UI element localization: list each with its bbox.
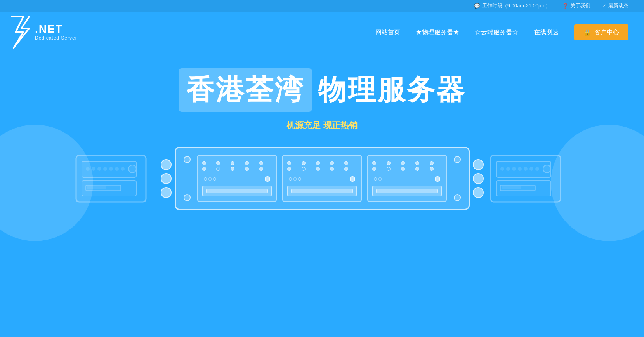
hero-title-part2: 物理服务器: [318, 71, 466, 109]
rack-dot: [387, 161, 391, 165]
nav-cloud[interactable]: ☆云端服务器☆: [475, 28, 518, 36]
svg-point-6: [103, 167, 107, 171]
working-hours-text: 工作时段（9:00am-21:00pm）: [482, 2, 550, 9]
main-nav: 网站首页 ★物理服务器★ ☆云端服务器☆ 在线测速 🔒 客户中心: [375, 24, 628, 40]
svg-point-7: [109, 167, 113, 171]
svg-point-17: [506, 167, 510, 171]
rack-dot: [430, 161, 434, 165]
rack-unit-mid-3: [372, 176, 442, 182]
client-center-button[interactable]: 🔒 客户中心: [574, 24, 628, 40]
about-link[interactable]: ❓ 关于我们: [562, 2, 590, 9]
svg-point-18: [512, 167, 516, 171]
rack-side-bar: [473, 159, 484, 170]
nav-physical[interactable]: ★物理服务器★: [416, 28, 459, 36]
server-scene: [0, 147, 644, 210]
svg-point-8: [115, 167, 119, 171]
right-rack-side: [473, 159, 484, 198]
logo-bolt-icon: [8, 15, 35, 50]
rack-dot: [202, 167, 206, 171]
left-rack-side: [161, 159, 172, 198]
rack-screw: [184, 156, 191, 163]
logo-subtitle: Dedicated Server: [35, 35, 77, 41]
rack-unit-2: [282, 155, 362, 202]
logo[interactable]: .NET Dedicated Server: [8, 15, 77, 50]
working-hours[interactable]: 💬 工作时段（9:00am-21:00pm）: [474, 2, 550, 9]
rack-unit-dots-3: [372, 161, 442, 171]
rack-side-bar: [161, 187, 172, 198]
rack-dot: [330, 161, 334, 165]
rack-drive-slot: [376, 189, 438, 193]
rack-drive-2: [287, 186, 357, 196]
rack-units: [197, 155, 448, 202]
check-icon: ✓: [602, 3, 606, 9]
main-rack-server: [175, 147, 470, 210]
rack-drive-3: [372, 186, 442, 196]
logo-text-group: .NET Dedicated Server: [35, 24, 77, 41]
rack-dot: [245, 167, 249, 171]
about-text: 关于我们: [570, 2, 590, 9]
rack-small-dot: [374, 177, 377, 181]
rack-drive-slot: [291, 189, 353, 193]
chat-icon: 💬: [474, 3, 480, 9]
small-dots-row: [374, 177, 382, 181]
nav-home[interactable]: 网站首页: [375, 28, 400, 36]
rack-dot: [372, 161, 376, 165]
hero-section: 香港荃湾 物理服务器 机源充足 现正热销: [0, 53, 644, 210]
rack-dot: [287, 161, 291, 165]
rack-dot: [430, 167, 434, 171]
rack-side-bar: [473, 173, 484, 184]
lock-icon: 🔒: [583, 29, 591, 36]
svg-rect-14: [496, 161, 551, 177]
nav-speedtest[interactable]: 在线测速: [534, 28, 559, 36]
rack-dot: [372, 167, 376, 171]
rack-dot: [330, 167, 334, 171]
hero-title-part1: 香港荃湾: [186, 74, 304, 105]
help-icon: ❓: [562, 3, 568, 9]
rack-dot: [231, 167, 234, 171]
left-screw-col: [184, 156, 191, 201]
rack-unit-dots-1: [202, 161, 272, 171]
header: .NET Dedicated Server 网站首页 ★物理服务器★ ☆云端服务…: [0, 12, 644, 53]
svg-point-22: [535, 167, 539, 171]
small-dots-row: [289, 177, 301, 181]
svg-point-21: [529, 167, 533, 171]
rack-screw: [454, 156, 461, 163]
rack-led: [435, 176, 440, 182]
hero-title: 香港荃湾 物理服务器: [179, 68, 466, 112]
svg-point-19: [518, 167, 522, 171]
rack-small-dot: [298, 177, 301, 181]
rack-dot: [344, 167, 348, 171]
rack-dot: [344, 161, 348, 165]
rack-drive-slot: [206, 189, 268, 193]
hero-subtitle-normal: 机源充足: [286, 120, 323, 130]
rack-small-dot: [204, 177, 207, 181]
svg-point-4: [92, 167, 95, 171]
rack-dot: [302, 167, 306, 171]
deco-circle-left: [0, 125, 93, 241]
rack-dot: [202, 161, 206, 165]
rack-dot: [316, 161, 320, 165]
rack-dot: [259, 161, 263, 165]
svg-point-20: [524, 167, 528, 171]
small-dots-row: [204, 177, 216, 181]
rack-dot: [316, 167, 320, 171]
rack-small-dot: [378, 177, 382, 181]
rack-side-bar: [473, 187, 484, 198]
logo-net-text: .NET: [35, 24, 77, 35]
rack-small-dot: [208, 177, 212, 181]
rack-dot: [216, 167, 220, 171]
rack-screw: [454, 194, 461, 201]
news-link[interactable]: ✓ 最新动态: [602, 2, 628, 9]
rack-led: [350, 176, 355, 182]
client-btn-label: 客户中心: [594, 28, 619, 36]
news-text: 最新动态: [608, 2, 628, 9]
rack-dot: [415, 161, 419, 165]
rack-unit-3: [367, 155, 447, 202]
svg-point-23: [543, 165, 551, 173]
rack-dot: [287, 167, 291, 171]
rack-dot: [387, 167, 391, 171]
rack-small-dot: [293, 177, 297, 181]
rack-dot: [415, 167, 419, 171]
rack-led: [265, 176, 270, 182]
rack-small-dot: [213, 177, 216, 181]
